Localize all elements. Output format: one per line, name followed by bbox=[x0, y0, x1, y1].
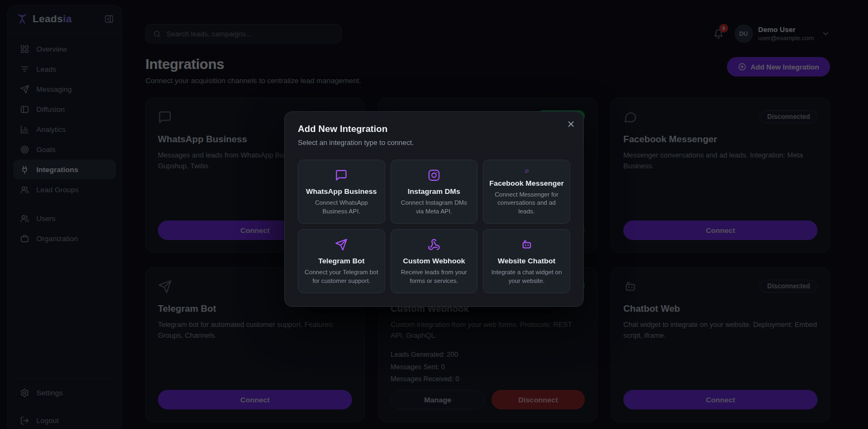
option-label: Facebook Messenger bbox=[489, 179, 564, 187]
option-instagram-dms[interactable]: Instagram DMs Connect Instagram DMs via … bbox=[391, 160, 478, 224]
option-description: Integrate a chat widget on your website. bbox=[489, 268, 564, 286]
option-description: Connect Instagram DMs via Meta API. bbox=[397, 199, 472, 216]
option-description: Connect Messenger for conversations and … bbox=[489, 191, 564, 216]
integration-options-grid: WhatsApp Business Connect WhatsApp Busin… bbox=[298, 160, 570, 293]
webhook-icon bbox=[426, 238, 442, 251]
option-custom-webhook[interactable]: Custom Webhook Receive leads from your f… bbox=[391, 229, 478, 293]
message-square-icon bbox=[333, 169, 349, 181]
message-circle-icon bbox=[519, 169, 535, 173]
option-label: Website Chatbot bbox=[498, 257, 556, 265]
bot-icon bbox=[519, 238, 535, 251]
option-whatsapp-business[interactable]: WhatsApp Business Connect WhatsApp Busin… bbox=[298, 160, 385, 224]
close-icon[interactable] bbox=[566, 119, 576, 129]
option-description: Receive leads from your forms or service… bbox=[397, 268, 472, 286]
option-label: Telegram Bot bbox=[318, 257, 365, 265]
add-integration-modal: Add New Integration Select an integratio… bbox=[284, 111, 584, 307]
option-description: Connect WhatsApp Business API. bbox=[304, 199, 379, 216]
option-label: Instagram DMs bbox=[408, 187, 461, 195]
instagram-icon bbox=[426, 169, 442, 181]
option-description: Connect your Telegram bot for customer s… bbox=[304, 268, 379, 286]
modal-title: Add New Integration bbox=[298, 124, 570, 135]
option-website-chatbot[interactable]: Website Chatbot Integrate a chat widget … bbox=[483, 229, 570, 293]
option-label: WhatsApp Business bbox=[306, 187, 377, 195]
modal-subtitle: Select an integration type to connect. bbox=[298, 138, 570, 147]
option-telegram-bot[interactable]: Telegram Bot Connect your Telegram bot f… bbox=[298, 229, 385, 293]
option-label: Custom Webhook bbox=[403, 257, 465, 265]
send-icon bbox=[333, 238, 349, 251]
option-facebook-messenger[interactable]: Facebook Messenger Connect Messenger for… bbox=[483, 160, 570, 224]
